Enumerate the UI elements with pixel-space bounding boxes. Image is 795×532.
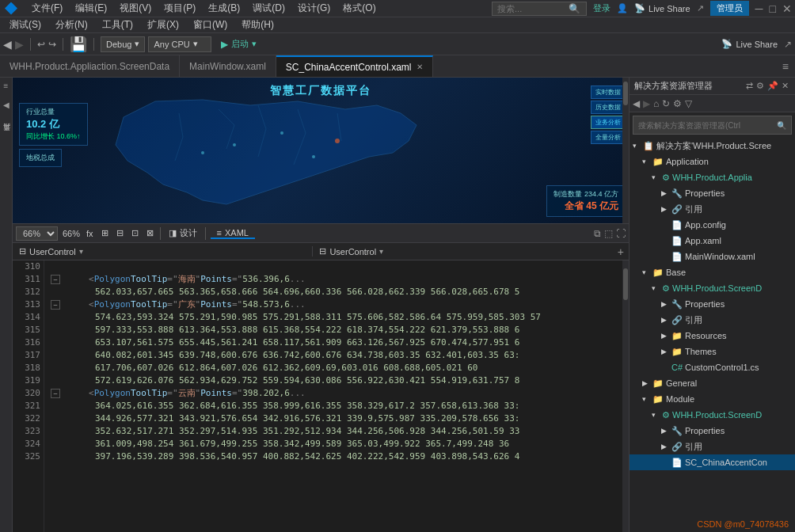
stat-tab-history[interactable]: 历史数据 — [591, 101, 626, 114]
cpu-config-dropdown[interactable]: Any CPU ▾ — [148, 36, 211, 52]
sol-refresh-btn[interactable]: ↻ — [662, 98, 670, 109]
tree-themes[interactable]: ▶ 📁 Themes — [630, 344, 795, 359]
redo-btn[interactable]: ↪ — [48, 39, 56, 50]
tab-sc-china-close[interactable]: ✕ — [417, 63, 423, 71]
live-share-toolbar[interactable]: 📡 Live Share — [721, 39, 778, 49]
tree-properties-2[interactable]: ▶ 🔧 Properties — [630, 296, 795, 312]
formula-btn[interactable]: fx — [85, 229, 95, 238]
manager-button[interactable]: 管理员 — [710, 1, 749, 16]
split-h-icon[interactable]: ⧉ — [594, 228, 601, 239]
pane-selector-left[interactable]: ⊟ UserControl ▾ — [13, 246, 313, 256]
collapse-311[interactable]: − — [51, 275, 60, 284]
menu-design[interactable]: 设计(G) — [291, 0, 337, 17]
tree-module[interactable]: ▾ 📁 Module — [630, 391, 795, 407]
tree-mainwindow[interactable]: ▶ 📄 MainWindow.xaml — [630, 249, 795, 264]
tree-general[interactable]: ▶ 📁 General — [630, 375, 795, 391]
design-tab[interactable]: ◨ 设计 — [165, 227, 200, 239]
sol-home-btn[interactable]: ⌂ — [653, 98, 659, 109]
tab-mainwindow[interactable]: MainWindow.xaml — [180, 55, 276, 77]
maximize-button[interactable]: □ — [770, 2, 776, 15]
tree-refs-2[interactable]: ▶ 🔗 引用 — [630, 312, 795, 328]
split-v-icon[interactable]: ⬚ — [604, 228, 613, 239]
close-button[interactable]: ✕ — [782, 2, 792, 15]
preview-scrollbar[interactable] — [622, 78, 629, 223]
menu-format[interactable]: 格式(O) — [337, 0, 382, 17]
tree-module-project[interactable]: ▾ ⚙ WHH.Product.ScreenD — [630, 407, 795, 423]
tree-base[interactable]: ▾ 📁 Base — [630, 264, 795, 280]
live-share-button[interactable]: 📡 Live Share — [634, 3, 690, 13]
menu-analyze[interactable]: 分析(N) — [49, 17, 94, 33]
sidebar-icon-1[interactable]: ≡ — [2, 81, 11, 90]
themes-icon: 📁 — [671, 347, 683, 357]
align-btn[interactable]: ⊠ — [145, 228, 155, 238]
solution-search-input[interactable] — [638, 121, 777, 130]
menu-build[interactable]: 生成(B) — [202, 0, 246, 17]
tab-sc-china[interactable]: SC_ChinaAccentControl.xaml ✕ — [276, 55, 433, 77]
sidebar-icon-3[interactable]: 工具箱 — [1, 112, 12, 160]
minimize-button[interactable]: ─ — [755, 2, 763, 15]
stat-tab-full[interactable]: 全量分析 — [591, 131, 626, 144]
top-search-input[interactable] — [497, 4, 569, 13]
code-line-311: − <Polygon ToolTip="海南" Points="536.396,… — [51, 273, 622, 286]
tree-properties-3[interactable]: ▶ 🔧 Properties — [630, 423, 795, 439]
grid-btn[interactable]: ⊞ — [100, 228, 110, 238]
login-button[interactable]: 登录 — [593, 2, 611, 14]
menu-tools[interactable]: 工具(T) — [96, 17, 139, 33]
toolbar-share-btn[interactable]: ↗ — [784, 39, 792, 50]
undo-btn[interactable]: ↩ — [37, 39, 45, 50]
menu-window[interactable]: 窗口(W) — [187, 17, 234, 33]
tab-overflow-button[interactable]: ≡ — [776, 60, 795, 73]
tab-appliaction[interactable]: WHH.Product.Appliaction.ScreenData — [0, 55, 180, 77]
tree-customcontrol[interactable]: ▶ C# CustomControl1.cs — [630, 359, 795, 375]
tree-whh-project[interactable]: ▾ ⚙ WHH.Product.Applia — [630, 169, 795, 185]
zoom-dropdown[interactable]: 66% — [16, 226, 58, 241]
tree-application[interactable]: ▾ 📁 Application — [630, 154, 795, 169]
menu-edit[interactable]: 编辑(E) — [69, 0, 113, 17]
tree-properties-1[interactable]: ▶ 🔧 Properties — [630, 185, 795, 201]
tree-refs-3[interactable]: ▶ 🔗 引用 — [630, 439, 795, 454]
menu-project[interactable]: 项目(P) — [158, 0, 202, 17]
save-btn[interactable]: 💾 — [70, 36, 87, 53]
stat-tab-analysis[interactable]: 业务分析 — [591, 116, 626, 129]
tree-appxaml[interactable]: ▶ 📄 App.xaml — [630, 233, 795, 249]
grid2-btn[interactable]: ⊟ — [115, 228, 125, 238]
menu-file[interactable]: 文件(F) — [25, 0, 69, 17]
sol-filter-btn[interactable]: ▽ — [685, 98, 692, 109]
solution-search[interactable]: 🔍 — [633, 116, 792, 135]
pane-selector-right[interactable]: ⊟ UserControl ▾ — [313, 246, 612, 256]
snap-btn[interactable]: ⊡ — [130, 228, 140, 238]
panel-sync-btn[interactable]: ⇄ — [744, 81, 755, 91]
menu-help[interactable]: 帮助(H) — [235, 17, 280, 33]
tree-resources[interactable]: ▶ 📁 Resources — [630, 328, 795, 344]
tree-appconfig[interactable]: ▶ 📄 App.config — [630, 217, 795, 233]
panel-settings-btn[interactable]: ⚙ — [755, 81, 766, 91]
menu-debug[interactable]: 调试(D) — [246, 0, 291, 17]
sol-back-btn[interactable]: ◀ — [633, 98, 640, 109]
sol-settings-btn[interactable]: ⚙ — [673, 98, 682, 109]
tree-sc-china[interactable]: ▶ 📄 SC_ChinaAccentCon — [630, 454, 795, 470]
code-content[interactable]: − <Polygon ToolTip="海南" Points="536.396,… — [44, 260, 629, 532]
tree-refs-1[interactable]: ▶ 🔗 引用 — [630, 201, 795, 217]
refs1-arrow: ▶ — [661, 205, 669, 213]
menu-view[interactable]: 视图(V) — [113, 0, 158, 17]
tree-solution[interactable]: ▾ 📋 解决方案'WHH.Product.Scree — [630, 138, 795, 154]
top-search-box[interactable]: 🔍 — [492, 2, 587, 16]
collapse-320[interactable]: − — [51, 389, 60, 398]
back-button[interactable]: ◀ — [3, 38, 12, 51]
code-scrollbar[interactable] — [622, 260, 629, 532]
pane-add-btn[interactable]: + — [613, 245, 629, 258]
fullscreen-icon[interactable]: ⛶ — [616, 228, 626, 239]
collapse-313[interactable]: − — [51, 300, 60, 310]
panel-pin-btn[interactable]: 📌 — [766, 81, 780, 91]
xaml-tab[interactable]: ≡ XAML — [211, 228, 255, 239]
menu-test[interactable]: 测试(S) — [3, 17, 48, 33]
menu-extensions[interactable]: 扩展(X) — [141, 17, 185, 33]
debug-config-dropdown[interactable]: Debug ▾ — [101, 36, 145, 52]
feedback-icon[interactable]: ↗ — [697, 3, 704, 13]
stat-tab-realtime[interactable]: 实时数据 — [591, 86, 626, 99]
start-button[interactable]: ▶ 启动 ▾ — [215, 36, 263, 51]
tree-screend-project[interactable]: ▾ ⚙ WHH.Product.ScreenD — [630, 280, 795, 296]
panel-close-btn[interactable]: ✕ — [780, 81, 790, 91]
sol-icon: 📋 — [643, 141, 654, 151]
sidebar-icon-2[interactable]: ◀ — [2, 100, 11, 109]
